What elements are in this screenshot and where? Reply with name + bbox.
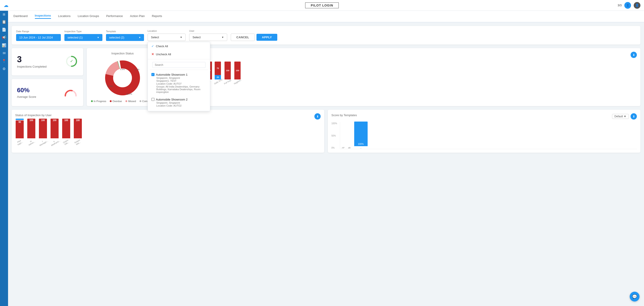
legend-missed: Missed: [126, 100, 136, 103]
score-by-templates-title: Score by Templates: [332, 114, 357, 117]
svg-text:82.2%: 82.2%: [126, 93, 132, 95]
y-axis: 100% 50% 0%: [332, 122, 337, 149]
svg-point-7: [113, 69, 132, 87]
template-bar-ab: aB: [348, 147, 350, 149]
legend-in-progress: In Progress: [91, 100, 106, 103]
avg-score-value: 60%: [17, 87, 36, 94]
status-by-user-download[interactable]: ⬇: [314, 113, 321, 120]
chevron-down-icon-5: ▼: [624, 115, 626, 118]
status-by-user-title: Status of Inspection by User: [15, 114, 52, 117]
nav-item-location-groups[interactable]: Location Groups: [78, 14, 99, 19]
location-item-1-groups: Groups: All India Dealerships, Germany B…: [156, 85, 206, 93]
chevron-down-icon-2: ▼: [139, 36, 141, 39]
nav-item-reports[interactable]: Reports: [152, 14, 162, 19]
status-inspections-card: Status Of Inspections ⬇ 100 AAP 100 AFW …: [162, 48, 640, 106]
sidebar-icon-doc[interactable]: 📄: [2, 28, 6, 32]
nav-bar: Dashboard Inspections Locations Location…: [8, 11, 644, 22]
default-select[interactable]: Default ▼: [612, 114, 629, 119]
location-group: Location Select ▼ ✓ Check All ✕ Unche: [148, 30, 186, 41]
nav-item-locations[interactable]: Locations: [58, 14, 71, 19]
user-select[interactable]: Select ▼: [189, 34, 227, 41]
inspection-status-chart: 0.4% 0.1% 17.3% 82.2%: [102, 58, 143, 98]
account-icon[interactable]: 👤: [634, 2, 640, 9]
inspection-type-label: Inspection Type: [64, 30, 102, 33]
score-templates-chart: 100% 50% 0% AP aB 100%: [332, 122, 637, 149]
nav-item-action-plan[interactable]: Action Plan: [130, 14, 145, 19]
uncheck-all-option[interactable]: ✕ Uncheck All: [148, 50, 210, 58]
user-avatar[interactable]: 👤: [624, 2, 631, 9]
location-label: Location: [148, 30, 186, 32]
chevron-down-icon: ▼: [97, 36, 99, 39]
filter-actions: CANCEL APPLY: [231, 34, 277, 41]
user-bar-medharst: 100 e Medharst...: [50, 119, 59, 145]
check-all-option[interactable]: ✓ Check All: [148, 42, 210, 50]
sidebar-icon-mail[interactable]: ✉: [3, 51, 6, 55]
user-group: User Select ▼: [189, 30, 227, 41]
location-item-1-extra: Singapore1, TEST: [156, 80, 206, 82]
bar-full-insp: 100 Full Insp..: [224, 62, 232, 83]
app-title: PILOT LOGIN: [305, 3, 339, 8]
template-group: Template selected (2) ▼: [106, 30, 144, 41]
inspection-type-select[interactable]: selected (1) ▼: [64, 34, 102, 41]
completed-card: 3 Inspections Completed ✓: [12, 48, 83, 76]
pie-legend: In Progress Overdue Missed Complete: [91, 100, 154, 103]
sidebar-icon-clipboard[interactable]: 📋: [2, 20, 6, 24]
sidebar-icon-megaphone[interactable]: 📢: [2, 35, 6, 40]
sidebar-icon-grid[interactable]: ⊞: [3, 13, 5, 16]
dropdown-search-container: [150, 60, 208, 70]
legend-overdue: Overdue: [110, 100, 122, 103]
user-bar-manager: 100 t Manager...: [38, 119, 48, 145]
chevron-down-icon-3: ▼: [180, 36, 182, 39]
completed-number: 3: [17, 55, 46, 64]
user-bars-chart: 90 Pilot login... 100 nt Admin... 100 t …: [15, 122, 321, 145]
status-inspections-download[interactable]: ⬇: [630, 52, 637, 58]
location-dropdown: ✓ Check All ✕ Uncheck All: [148, 42, 210, 111]
date-range-input[interactable]: 13 Jun 2024 - 12 Jul 2024: [16, 34, 61, 41]
bar-daily-soc: 75 25 Daily SOC: [214, 62, 222, 83]
location-item-1[interactable]: Automobile Showroom 1 Singapore, Singapo…: [148, 71, 210, 96]
sidebar-icon-settings[interactable]: ⚙: [2, 67, 6, 71]
user-bar-ozlem: 100 Ozlem GM...: [62, 119, 71, 145]
status-by-user-card: Status of Inspection by User ⬇ 90 Pilot …: [12, 110, 324, 153]
location-item-2[interactable]: Automobile Showroom 2 Singapore, Singapo…: [148, 96, 210, 109]
user-label: User: [189, 30, 227, 32]
inspection-type-group: Inspection Type selected (1) ▼: [64, 30, 102, 41]
checkbox-checked-icon: [152, 73, 154, 76]
chat-icon: 💬: [632, 294, 637, 299]
cloud-logo-icon: ☁: [4, 3, 8, 8]
svg-text:0.1%: 0.1%: [135, 68, 140, 71]
avg-score-gauge: [64, 88, 78, 97]
apply-button[interactable]: APPLY: [256, 34, 277, 41]
location-item-2-code: Location Code: AUTO2: [156, 104, 206, 107]
sidebar-icon-location[interactable]: 📍: [2, 59, 6, 63]
chevron-down-icon-4: ▼: [222, 36, 224, 39]
dropdown-search-input[interactable]: [152, 62, 206, 68]
date-range-label: Date Range: [16, 30, 61, 33]
filter-section: Date Range 13 Jun 2024 - 12 Jul 2024 Ins…: [12, 26, 640, 45]
user-bar-admin: 100 nt Admin...: [27, 119, 36, 145]
x-icon: ✕: [152, 52, 154, 56]
score-templates-download[interactable]: ⬇: [630, 113, 637, 120]
nav-item-inspections[interactable]: Inspections: [35, 14, 51, 19]
checkbox-empty-icon: [152, 98, 154, 101]
notification-count: 3/3: [618, 4, 622, 7]
template-select[interactable]: selected (2) ▼: [106, 34, 144, 41]
chat-button[interactable]: 💬: [630, 292, 640, 301]
check-icon: ✓: [152, 44, 154, 48]
svg-text:17.3%: 17.3%: [107, 85, 113, 87]
cancel-button[interactable]: CANCEL: [231, 34, 255, 41]
nav-item-performance[interactable]: Performance: [106, 14, 123, 19]
avg-score-card: 60% Average Score: [12, 79, 83, 106]
date-range-group: Date Range 13 Jun 2024 - 12 Jul 2024: [16, 30, 61, 41]
score-by-templates-card: Score by Templates Default ▼ ⬇ 100% 50%: [328, 110, 640, 153]
location-item-1-city: Singapore, Singapore: [156, 77, 206, 79]
user-bar-robert: 100 Robert Wei...: [73, 119, 82, 145]
sidebar: ⊞ 📋 📄 📢 📊 ✉ 📍 ⚙: [0, 11, 8, 306]
nav-item-dashboard[interactable]: Dashboard: [14, 14, 28, 19]
location-select[interactable]: Select ▼: [148, 34, 186, 41]
status-inspections-chart: 100 AAP 100 AFW 100 AT... 100 Bis...: [166, 61, 637, 88]
template-label: Template: [106, 30, 144, 33]
sidebar-icon-chart[interactable]: 📊: [2, 43, 6, 48]
completed-icon: ✓: [65, 55, 78, 68]
top-header: ☁ PILOT LOGIN 3/3 👤 👤: [0, 0, 644, 11]
